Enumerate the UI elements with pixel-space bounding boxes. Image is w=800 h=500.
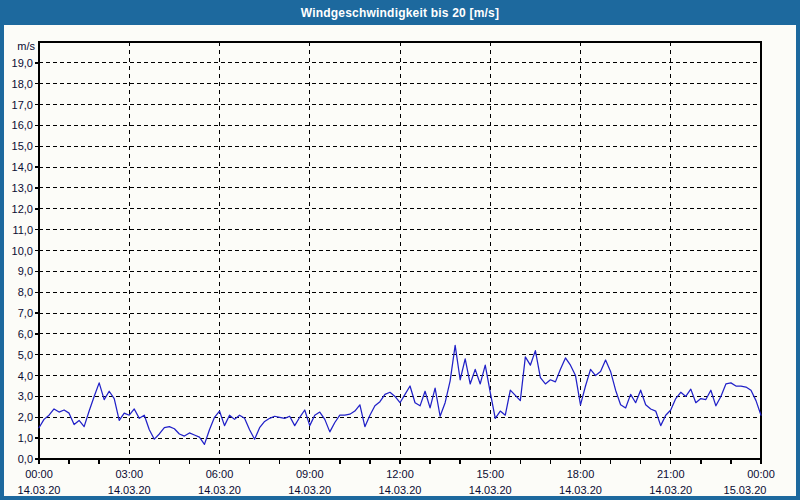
y-tick-label: 11,0 xyxy=(12,224,33,236)
y-tick-label: 0,0 xyxy=(18,453,33,465)
y-tick-label: 14,0 xyxy=(12,161,33,173)
x-time-label: 18:00 xyxy=(567,468,595,480)
y-tick-label: 7,0 xyxy=(18,307,33,319)
y-tick-label: 13,0 xyxy=(12,182,33,194)
x-time-label: 12:00 xyxy=(386,468,414,480)
x-date-label: 14.03.20 xyxy=(288,484,331,496)
x-date-label: 14.03.20 xyxy=(469,484,512,496)
y-tick-label: 8,0 xyxy=(18,286,33,298)
x-time-label: 03:00 xyxy=(115,468,143,480)
y-tick-label: 19,0 xyxy=(12,57,33,69)
x-time-label: 09:00 xyxy=(296,468,324,480)
x-time-label: 15:00 xyxy=(476,468,504,480)
x-date-label: 14.03.20 xyxy=(198,484,241,496)
app-window: Windgeschwindigkeit bis 20 [m/s] 0,01,02… xyxy=(0,0,800,500)
y-tick-label: 17,0 xyxy=(12,99,33,111)
x-date-label: 15.03.20 xyxy=(724,484,767,496)
y-tick-label: 4,0 xyxy=(18,370,33,382)
x-time-label: 00:00 xyxy=(25,468,53,480)
y-tick-label: 2,0 xyxy=(18,411,33,423)
y-axis-unit-label: m/s xyxy=(17,40,35,52)
y-tick-label: 6,0 xyxy=(18,328,33,340)
x-date-label: 14.03.20 xyxy=(18,484,61,496)
y-tick-label: 10,0 xyxy=(12,245,33,257)
y-tick-label: 3,0 xyxy=(18,390,33,402)
x-time-label: 21:00 xyxy=(657,468,685,480)
x-time-label: 00:00 xyxy=(747,468,775,480)
x-date-label: 14.03.20 xyxy=(108,484,151,496)
y-tick-label: 5,0 xyxy=(18,349,33,361)
y-tick-label: 12,0 xyxy=(12,203,33,215)
y-tick-label: 9,0 xyxy=(18,265,33,277)
chart-panel: 0,01,02,03,04,05,06,07,08,09,010,011,012… xyxy=(4,25,796,496)
y-tick-label: 1,0 xyxy=(18,432,33,444)
wind-speed-chart: 0,01,02,03,04,05,06,07,08,09,010,011,012… xyxy=(4,25,796,496)
y-tick-label: 16,0 xyxy=(12,119,33,131)
window-titlebar: Windgeschwindigkeit bis 20 [m/s] xyxy=(0,0,800,25)
x-date-label: 14.03.20 xyxy=(559,484,602,496)
x-date-label: 14.03.20 xyxy=(649,484,692,496)
y-tick-label: 15,0 xyxy=(12,140,33,152)
x-time-label: 06:00 xyxy=(206,468,234,480)
x-date-label: 14.03.20 xyxy=(379,484,422,496)
window-title: Windgeschwindigkeit bis 20 [m/s] xyxy=(301,6,499,20)
y-tick-label: 18,0 xyxy=(12,78,33,90)
